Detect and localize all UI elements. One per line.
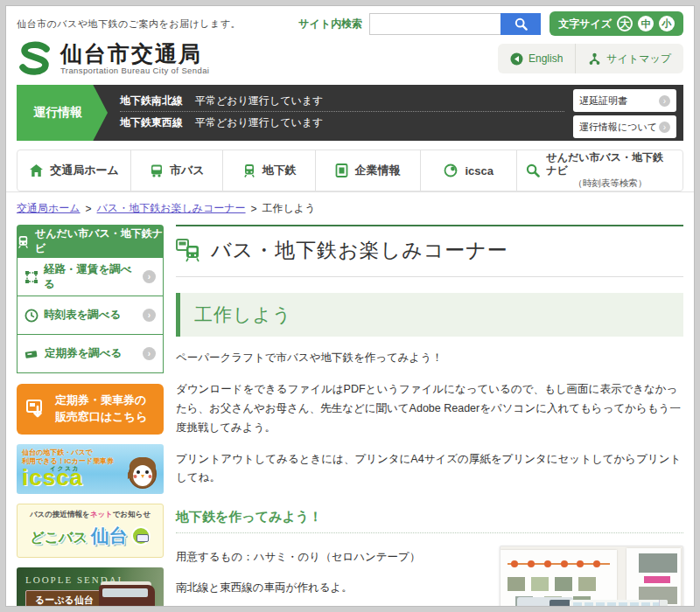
- intro-paragraph: ペーパークラフトで市バスや地下鉄を作ってみよう！: [176, 349, 683, 368]
- ticket-sales-line2: 販売窓口はこちら: [55, 410, 147, 423]
- sales-window-icon: [25, 398, 48, 421]
- search-button[interactable]: [500, 13, 541, 35]
- about-operation-info-button[interactable]: 運行情報について ›: [573, 115, 676, 138]
- global-navigation: 交通局ホーム 市バス 地下鉄 企業情報 icsca せんだい市バス・: [17, 150, 683, 191]
- icsca-furigana: イクスカ: [50, 465, 80, 473]
- nav-icsca[interactable]: icsca: [420, 150, 516, 191]
- route-status: 平常どおり運行しています: [195, 94, 323, 108]
- about-operation-info-label: 運行情報について: [579, 121, 657, 134]
- nav-city-bus-label: 市バス: [170, 163, 205, 178]
- route-name: 地下鉄東西線: [120, 115, 183, 130]
- sidebar-item-label: 経路・運賃を調べる: [44, 262, 137, 292]
- nav-navi-label: せんだい市バス・地下鉄ナビ: [546, 151, 674, 177]
- top-utility-bar: 仙台市のバスや地下鉄のご案内をお届けします。 サイト内検索 文字サイズ 大 中 …: [6, 6, 694, 36]
- route-icon: [24, 270, 38, 284]
- status-line-namboku: 地下鉄南北線 平常どおり運行しています: [120, 92, 564, 109]
- breadcrumb: 交通局ホーム > バス・地下鉄お楽しみコーナー > 工作しよう: [6, 192, 694, 225]
- delay-certificate-button[interactable]: 遅延証明書 ›: [573, 89, 676, 112]
- font-size-large-button[interactable]: 大: [617, 16, 633, 31]
- breadcrumb-current: 工作しよう: [262, 201, 316, 216]
- train-icon: [242, 163, 256, 177]
- site-title-block: 仙台市交通局 Transportation Bureau City of Sen…: [60, 42, 209, 74]
- nav-city-bus[interactable]: 市バス: [130, 150, 222, 191]
- route-name: 地下鉄南北線: [120, 94, 183, 108]
- sitemap-button-label: サイトマップ: [606, 52, 671, 66]
- loople-sendai-banner[interactable]: LOOPLE SENDAI るーぷる仙台: [17, 567, 164, 607]
- ticket-sales-counter-button[interactable]: 定期券・乗車券の 販売窓口はこちら: [17, 384, 164, 435]
- icsca-bird-icon: [444, 163, 458, 177]
- dotted-divider: [120, 111, 564, 112]
- dokobus-logo-left: どこバス: [30, 529, 88, 547]
- icsca-owl-mascot: [123, 451, 160, 490]
- section-title: 工作しよう: [194, 303, 669, 327]
- chevron-right-icon: ›: [659, 95, 670, 107]
- craft-note-line: 南北線と東西線の車両が作れるよ。: [176, 579, 486, 597]
- chevron-right-icon: ›: [143, 309, 156, 322]
- font-size-control: 文字サイズ 大 中 小: [550, 11, 683, 36]
- site-logo[interactable]: 仙台市交通局 Transportation Bureau City of Sen…: [17, 40, 209, 77]
- chevron-right-icon: ›: [659, 122, 670, 133]
- sidebar: せんだい市バス・地下鉄ナビ 経路・運賃を調べる › 時刻表を調べる › 定期券を…: [17, 225, 164, 607]
- operation-status-label: 運行情報: [17, 85, 108, 141]
- nav-subway[interactable]: 地下鉄: [222, 150, 314, 191]
- english-button[interactable]: English: [498, 44, 575, 73]
- site-name-en: Transportation Bureau City of Sendai: [60, 66, 209, 75]
- document-icon: [335, 163, 348, 177]
- route-status: 平常どおり運行しています: [195, 115, 323, 130]
- dokobus-logo-right: 仙台: [91, 524, 128, 548]
- dokobus-bus-icon: [131, 526, 150, 546]
- sidebar-item-route-fare[interactable]: 経路・運賃を調べる ›: [17, 258, 164, 296]
- sitemap-button[interactable]: サイトマップ: [575, 44, 683, 73]
- search-label: サイト内検索: [298, 17, 362, 31]
- breadcrumb-separator: >: [251, 203, 257, 215]
- section-heading-box: 工作しよう: [176, 293, 683, 337]
- font-size-medium-button[interactable]: 中: [638, 16, 654, 31]
- bus-train-icon: [176, 239, 204, 263]
- ticket-sales-line1: 定期券・乗車券の: [55, 393, 146, 407]
- nav-home[interactable]: 交通局ホーム: [18, 150, 130, 191]
- sidebar-item-timetable[interactable]: 時刻表を調べる ›: [17, 296, 164, 335]
- nav-subway-label: 地下鉄: [262, 163, 297, 178]
- chevron-right-icon: ›: [143, 347, 156, 360]
- papercraft-train-tozai: [570, 600, 668, 607]
- breadcrumb-home-link[interactable]: 交通局ホーム: [17, 201, 80, 216]
- site-header: 仙台市交通局 Transportation Bureau City of Sen…: [6, 36, 694, 81]
- breadcrumb-section-link[interactable]: バス・地下鉄お楽しみコーナー: [97, 201, 246, 216]
- ticket-sales-counter-label: 定期券・乗車券の 販売窓口はこちら: [55, 393, 147, 426]
- header-utility-buttons: English サイトマップ: [498, 44, 683, 73]
- loople-badge: るーぷる仙台: [25, 590, 103, 607]
- nav-home-label: 交通局ホーム: [50, 163, 119, 178]
- font-size-small-button[interactable]: 小: [659, 16, 675, 31]
- title-divider: [176, 276, 683, 277]
- home-icon: [29, 163, 44, 177]
- sendai-s-logo-icon: [17, 40, 53, 77]
- icsca-banner[interactable]: 仙台の地下鉄・バスで 利用できる！ICカード乗車券 イクスカ icsca: [17, 444, 164, 494]
- english-button-label: English: [528, 52, 563, 65]
- search-input[interactable]: [369, 13, 500, 35]
- dokobus-banner[interactable]: バスの接近情報をネットでお知らせ どこバス 仙台: [17, 504, 164, 558]
- search-icon: [526, 163, 540, 177]
- craft-section: 用意するもの：ハサミ・のり（セロハンテープ） 南北線と東西線の車両が作れるよ。 …: [176, 537, 683, 607]
- site-name: 仙台市交通局: [60, 42, 209, 65]
- content-area: せんだい市バス・地下鉄ナビ 経路・運賃を調べる › 時刻表を調べる › 定期券を…: [6, 225, 694, 607]
- status-button-group: 遅延証明書 › 運行情報について ›: [573, 85, 683, 141]
- page-title: バス・地下鉄お楽しみコーナー: [211, 237, 508, 264]
- operation-status-bar: 運行情報 地下鉄南北線 平常どおり運行しています 地下鉄東西線 平常どおり運行し…: [17, 85, 683, 141]
- sidebar-item-commuter-pass[interactable]: 定期券を調べる ›: [17, 335, 164, 373]
- status-line-tozai: 地下鉄東西線 平常どおり運行しています: [120, 114, 564, 131]
- operation-status-lines: 地下鉄南北線 平常どおり運行しています 地下鉄東西線 平常どおり運行しています: [108, 85, 573, 141]
- nav-navi-label-block: せんだい市バス・地下鉄ナビ （時刻表等検索）: [546, 151, 674, 189]
- bus-icon: [150, 163, 164, 177]
- dokobus-logo: どこバス 仙台: [23, 524, 158, 548]
- nav-bus-subway-navi[interactable]: せんだい市バス・地下鉄ナビ （時刻表等検索）: [516, 150, 682, 191]
- site-search: サイト内検索: [298, 13, 541, 35]
- print-note-paragraph: プリントアウトしてみるときには、プリンタにA4サイズの厚紙をプリンタにセットして…: [176, 450, 683, 489]
- ticket-icon: [24, 348, 39, 360]
- loople-bus-illustration: [94, 576, 158, 607]
- sidebar-navi-title: せんだい市バス・地下鉄ナビ: [35, 226, 164, 256]
- train-icon: [17, 235, 30, 248]
- sidebar-item-label: 定期券を調べる: [45, 346, 122, 361]
- craft-prep-line: 用意するもの：ハサミ・のり（セロハンテープ）: [176, 548, 486, 567]
- nav-corporate-info[interactable]: 企業情報: [315, 150, 420, 191]
- sidebar-navi-header: せんだい市バス・地下鉄ナビ: [17, 225, 164, 258]
